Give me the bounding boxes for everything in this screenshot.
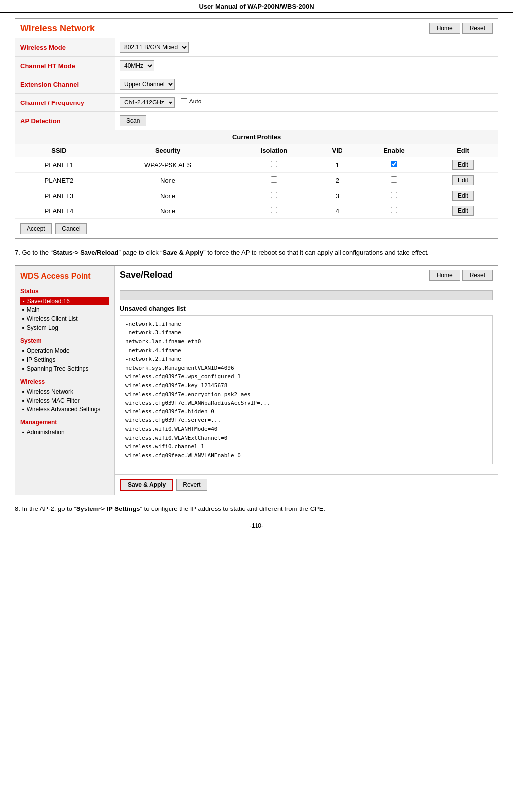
ap-detection-label: AP Detection xyxy=(15,112,115,130)
revert-button[interactable]: Revert xyxy=(176,479,207,491)
unsaved-line: wireless.cfg039f7e.WLANWpaRadiusAccSrvIP… xyxy=(125,399,487,407)
reset-button[interactable]: Reset xyxy=(462,23,493,34)
edit-button-1[interactable]: Edit xyxy=(452,175,474,185)
sidebar-item-syslog-label: System Log xyxy=(27,324,58,331)
sidebar-item-wmf-label: Wireless MAC Filter xyxy=(27,397,80,404)
extension-channel-select[interactable]: Upper Channel xyxy=(120,79,175,90)
channel-ht-mode-label: Channel HT Mode xyxy=(15,57,115,75)
profiles-header: Current Profiles xyxy=(15,130,498,144)
sidebar-item-wireless-advanced[interactable]: Wireless Advanced Settings xyxy=(20,405,109,414)
channel-ht-mode-value: 40MHz xyxy=(115,57,498,75)
sidebar-section-wireless: Wireless xyxy=(20,378,109,385)
unsaved-line: wireless.cfg039f7e.hidden=0 xyxy=(125,407,487,416)
channel-frequency-label: Channel / Frequency xyxy=(15,94,115,112)
channel-frequency-select[interactable]: Ch1-2.412GHz xyxy=(120,97,175,108)
sidebar-item-wireless-network[interactable]: Wireless Network xyxy=(20,387,109,396)
sidebar-item-wcl-label: Wireless Client List xyxy=(27,315,78,322)
wds-main-header: Save/Reload Home Reset xyxy=(115,266,498,285)
profile-edit-0: Edit xyxy=(428,157,498,173)
edit-button-3[interactable]: Edit xyxy=(452,206,474,216)
profile-vid-2: 3 xyxy=(315,188,359,203)
wds-header-buttons: Home Reset xyxy=(429,270,493,281)
ap-detection-row: AP Detection Scan xyxy=(15,112,498,130)
unsaved-line: -network.3.ifname xyxy=(125,328,487,337)
wds-footer: Save & Apply Revert xyxy=(115,474,498,495)
unsaved-line: wireless.wifi0.WLANHTMode=40 xyxy=(125,425,487,434)
profile-security-2: None xyxy=(102,188,233,203)
panel-header-buttons: Home Reset xyxy=(429,23,493,34)
unsaved-line: wireless.cfg039f7e.wps_configured=1 xyxy=(125,372,487,381)
scan-button[interactable]: Scan xyxy=(120,115,146,126)
enable-checkbox-0[interactable] xyxy=(391,161,397,167)
sidebar-item-save-reload[interactable]: Save/Reload:16 xyxy=(20,297,109,305)
wireless-form-table: Wireless Mode 802.11 B/G/N Mixed Channel… xyxy=(15,38,498,130)
profile-enable-2 xyxy=(359,188,428,203)
sidebar-item-save-reload-label: Save/Reload:16 xyxy=(27,298,70,304)
sidebar-item-wireless-mac-filter[interactable]: Wireless MAC Filter xyxy=(20,396,109,405)
accept-row: Accept Cancel xyxy=(15,219,498,238)
accept-button[interactable]: Accept xyxy=(20,223,52,234)
profile-ssid-1: PLANET2 xyxy=(15,173,102,188)
channel-ht-mode-row: Channel HT Mode 40MHz xyxy=(15,57,498,75)
wds-sidebar: WDS Access Point Status Save/Reload:16 M… xyxy=(15,266,115,495)
auto-checkbox[interactable] xyxy=(181,98,187,104)
isolation-checkbox-3[interactable] xyxy=(271,207,277,213)
sidebar-section-system: System xyxy=(20,337,109,344)
unsaved-line: wireless.wifi0.channel=1 xyxy=(125,442,487,451)
sidebar-item-administration[interactable]: Administration xyxy=(20,428,109,437)
home-button[interactable]: Home xyxy=(429,23,460,34)
wds-home-button[interactable]: Home xyxy=(429,270,460,281)
sidebar-item-wireless-client-list[interactable]: Wireless Client List xyxy=(20,314,109,323)
wds-reset-button[interactable]: Reset xyxy=(462,270,493,281)
header-title: User Manual of WAP-200N/WBS-200N xyxy=(199,3,314,10)
isolation-checkbox-1[interactable] xyxy=(271,176,277,183)
wireless-mode-select[interactable]: 802.11 B/G/N Mixed xyxy=(120,42,189,53)
sidebar-item-st-label: Spanning Tree Settings xyxy=(27,365,89,372)
save-apply-button[interactable]: Save & Apply xyxy=(120,479,173,491)
sidebar-item-wa-label: Wireless Advanced Settings xyxy=(27,406,101,413)
edit-button-2[interactable]: Edit xyxy=(452,191,474,201)
profile-isolation-1 xyxy=(233,173,315,188)
wds-panel: WDS Access Point Status Save/Reload:16 M… xyxy=(15,265,498,496)
instruction-1-post: ” to force the AP to reboot so that it c… xyxy=(203,249,428,256)
sidebar-item-spanning-tree[interactable]: Spanning Tree Settings xyxy=(20,364,109,373)
edit-button-0[interactable]: Edit xyxy=(452,160,474,170)
profile-vid-1: 2 xyxy=(315,173,359,188)
profile-ssid-0: PLANET1 xyxy=(15,157,102,173)
cancel-button[interactable]: Cancel xyxy=(55,223,86,234)
profiles-header-row: SSID Security Isolation VID Enable Edit xyxy=(15,144,498,157)
instruction-1-bold1: Status-> Save/Reload xyxy=(53,249,119,256)
profile-security-1: None xyxy=(102,173,233,188)
enable-checkbox-2[interactable] xyxy=(391,192,397,198)
extension-channel-row: Extension Channel Upper Channel xyxy=(15,75,498,94)
sidebar-item-system-log[interactable]: System Log xyxy=(20,323,109,332)
profile-row-0: PLANET1WPA2-PSK AES1Edit xyxy=(15,157,498,173)
channel-ht-mode-select[interactable]: 40MHz xyxy=(120,60,154,71)
sidebar-item-main[interactable]: Main xyxy=(20,305,109,314)
sidebar-item-ip-settings[interactable]: IP Settings xyxy=(20,355,109,364)
col-edit: Edit xyxy=(428,144,498,157)
unsaved-line: wireless.wifi0.WLANExtChannel=0 xyxy=(125,434,487,443)
unsaved-line: wireless.cfg039f7e.key=12345678 xyxy=(125,381,487,390)
sidebar-item-operation-mode[interactable]: Operation Mode xyxy=(20,346,109,355)
wireless-mode-row: Wireless Mode 802.11 B/G/N Mixed xyxy=(15,38,498,57)
profiles-table: SSID Security Isolation VID Enable Edit … xyxy=(15,144,498,219)
instruction-2-post: ” to configure the IP address to static … xyxy=(140,505,325,512)
enable-checkbox-1[interactable] xyxy=(391,176,397,183)
col-vid: VID xyxy=(315,144,359,157)
profile-edit-2: Edit xyxy=(428,188,498,203)
extension-channel-value: Upper Channel xyxy=(115,75,498,94)
sidebar-item-ip-label: IP Settings xyxy=(27,356,56,363)
enable-checkbox-3[interactable] xyxy=(391,207,397,213)
profile-isolation-2 xyxy=(233,188,315,203)
profile-ssid-2: PLANET3 xyxy=(15,188,102,203)
sidebar-item-opmode-label: Operation Mode xyxy=(27,347,70,354)
isolation-checkbox-2[interactable] xyxy=(271,192,277,198)
auto-checkbox-container: Auto xyxy=(181,98,202,105)
wireless-mode-label: Wireless Mode xyxy=(15,38,115,57)
wds-main: Save/Reload Home Reset Unsaved changes l… xyxy=(115,266,498,495)
isolation-checkbox-0[interactable] xyxy=(271,161,277,167)
col-isolation: Isolation xyxy=(233,144,315,157)
wireless-mode-value: 802.11 B/G/N Mixed xyxy=(115,38,498,57)
instruction-2: 8. In the AP-2, go to “System-> IP Setti… xyxy=(15,504,498,514)
